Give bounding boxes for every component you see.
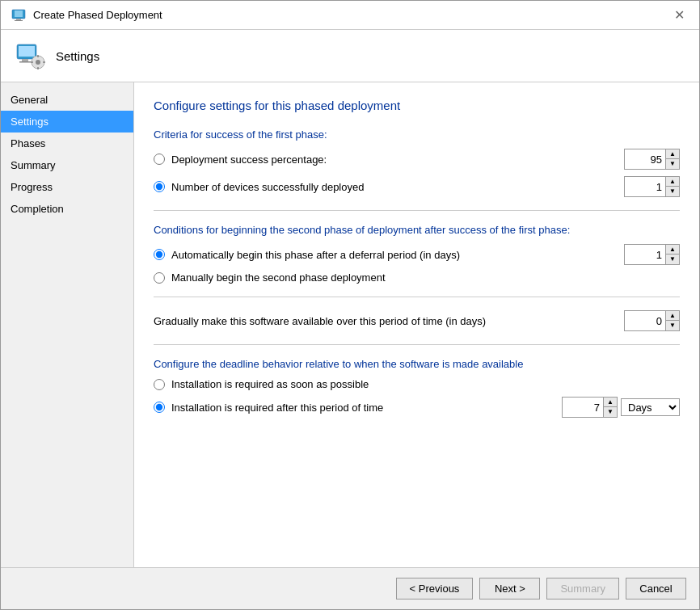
radio-row-manual: Manually begin the second phase deployme… <box>154 271 680 284</box>
sidebar: General Settings Phases Summary Progress… <box>1 82 134 567</box>
header-title: Settings <box>56 49 99 63</box>
deferral-value-input[interactable] <box>625 245 665 264</box>
svg-rect-13 <box>43 61 45 63</box>
days-select[interactable]: Days Weeks Months <box>621 398 680 416</box>
sidebar-item-progress[interactable]: Progress <box>1 176 133 198</box>
close-button[interactable]: ✕ <box>669 7 689 23</box>
radio-install-after-label: Installation is required after this peri… <box>171 402 383 414</box>
svg-rect-11 <box>37 67 39 69</box>
sidebar-item-completion[interactable]: Completion <box>1 198 133 220</box>
main-window: Create Phased Deployment ✕ Settings Gene… <box>0 0 700 610</box>
spinner-devices-up[interactable]: ▲ <box>666 177 679 187</box>
main-content: Configure settings for this phased deplo… <box>134 82 699 567</box>
pct-value-input[interactable] <box>625 149 665 169</box>
radio-manual-begin-label: Manually begin the second phase deployme… <box>171 271 386 284</box>
spinner-success-pct: ▲ ▼ <box>624 149 680 170</box>
spinner-devices-buttons: ▲ ▼ <box>665 177 679 196</box>
svg-rect-7 <box>19 61 31 63</box>
spinner-deferral-up[interactable]: ▲ <box>666 245 679 255</box>
radio-auto-begin-label: Automatically begin this phase after a d… <box>171 249 460 261</box>
spinner-gradual-input: ▲ ▼ <box>624 310 680 331</box>
radio-install-after[interactable] <box>154 402 165 413</box>
svg-point-9 <box>36 60 40 65</box>
deadline-radio-group: Installation is required as soon as poss… <box>154 378 680 418</box>
radio-row-period: Installation is required after this peri… <box>154 397 680 418</box>
summary-button[interactable]: Summary <box>546 578 619 599</box>
window-icon <box>11 7 27 23</box>
radio-deployment-success[interactable] <box>154 154 165 165</box>
radio-left-manual: Manually begin the second phase deployme… <box>154 271 386 284</box>
sidebar-item-phases[interactable]: Phases <box>1 133 133 154</box>
svg-rect-5 <box>19 46 35 57</box>
conditions-label: Conditions for beginning the second phas… <box>154 224 680 236</box>
spinner-gradual-buttons: ▲ ▼ <box>665 311 679 330</box>
svg-rect-3 <box>15 20 23 21</box>
svg-rect-6 <box>22 59 28 61</box>
radio-devices-deployed[interactable] <box>154 181 165 192</box>
settings-icon <box>14 40 46 72</box>
period-controls: ▲ ▼ Days Weeks Months <box>562 397 680 418</box>
devices-value-input[interactable] <box>625 177 665 196</box>
spinner-deferral-down[interactable]: ▼ <box>666 255 679 264</box>
gradual-label: Gradually make this software available o… <box>154 315 486 327</box>
title-bar-left: Create Phased Deployment <box>11 7 162 23</box>
spinner-pct-up[interactable]: ▲ <box>666 149 679 159</box>
spinner-deferral-input: ▲ ▼ <box>624 244 680 265</box>
svg-rect-2 <box>16 19 21 20</box>
cancel-button[interactable]: Cancel <box>626 578 686 599</box>
sidebar-item-general[interactable]: General <box>1 89 133 111</box>
spinner-period-down[interactable]: ▼ <box>604 407 617 417</box>
deadline-label: Configure the deadline behavior relative… <box>154 358 680 370</box>
radio-left-auto: Automatically begin this phase after a d… <box>154 249 460 261</box>
criteria-radio-group: Deployment success percentage: ▲ ▼ <box>154 149 680 197</box>
radio-auto-begin[interactable] <box>154 249 165 260</box>
period-value-input[interactable] <box>563 398 603 417</box>
spinner-devices-input: ▲ ▼ <box>624 176 680 197</box>
radio-left-period: Installation is required after this peri… <box>154 402 383 414</box>
spinner-pct-down[interactable]: ▼ <box>666 159 679 169</box>
gradual-row: Gradually make this software available o… <box>154 310 680 331</box>
criteria-label: Criteria for success of the first phase: <box>154 128 680 141</box>
radio-left-success-pct: Deployment success percentage: <box>154 154 327 166</box>
radio-row-auto: Automatically begin this phase after a d… <box>154 244 680 265</box>
spinner-deferral: ▲ ▼ <box>624 244 680 265</box>
spinner-deferral-buttons: ▲ ▼ <box>665 245 679 264</box>
svg-rect-10 <box>37 55 39 57</box>
svg-rect-1 <box>15 11 23 17</box>
spinner-gradual: ▲ ▼ <box>624 310 680 331</box>
header-section: Settings <box>1 30 699 82</box>
next-button[interactable]: Next > <box>479 578 540 599</box>
gradual-value-input[interactable] <box>625 311 665 330</box>
content-area: General Settings Phases Summary Progress… <box>1 82 699 567</box>
divider-1 <box>154 210 680 211</box>
divider-3 <box>154 344 680 345</box>
radio-deployment-success-label: Deployment success percentage: <box>171 154 327 166</box>
spinner-pct-buttons: ▲ ▼ <box>665 149 679 169</box>
radio-left-devices: Number of devices successfully deployed <box>154 181 364 193</box>
radio-row-success-pct: Deployment success percentage: ▲ ▼ <box>154 149 680 170</box>
title-bar: Create Phased Deployment ✕ <box>1 1 699 30</box>
page-title: Configure settings for this phased deplo… <box>154 99 680 112</box>
spinner-period-input: ▲ ▼ <box>562 397 618 418</box>
spinner-period-up[interactable]: ▲ <box>604 398 617 407</box>
spinner-pct-input: ▲ ▼ <box>624 149 680 170</box>
radio-install-asap-label: Installation is required as soon as poss… <box>171 378 369 390</box>
conditions-section: Conditions for beginning the second phas… <box>154 224 680 284</box>
gradual-section: Gradually make this software available o… <box>154 310 680 331</box>
sidebar-item-summary[interactable]: Summary <box>1 154 133 176</box>
radio-row-devices: Number of devices successfully deployed … <box>154 176 680 197</box>
spinner-devices-down[interactable]: ▼ <box>666 187 679 196</box>
conditions-radio-group: Automatically begin this phase after a d… <box>154 244 680 284</box>
sidebar-item-settings[interactable]: Settings <box>1 111 133 133</box>
radio-left-asap: Installation is required as soon as poss… <box>154 378 369 390</box>
spinner-gradual-down[interactable]: ▼ <box>666 321 679 330</box>
previous-button[interactable]: < Previous <box>396 578 474 599</box>
spinner-devices: ▲ ▼ <box>624 176 680 197</box>
divider-2 <box>154 297 680 297</box>
radio-manual-begin[interactable] <box>154 272 165 284</box>
radio-devices-deployed-label: Number of devices successfully deployed <box>171 181 364 193</box>
gradual-label-area: Gradually make this software available o… <box>154 315 486 327</box>
deadline-section: Configure the deadline behavior relative… <box>154 358 680 418</box>
spinner-gradual-up[interactable]: ▲ <box>666 311 679 321</box>
radio-install-asap[interactable] <box>154 379 165 390</box>
